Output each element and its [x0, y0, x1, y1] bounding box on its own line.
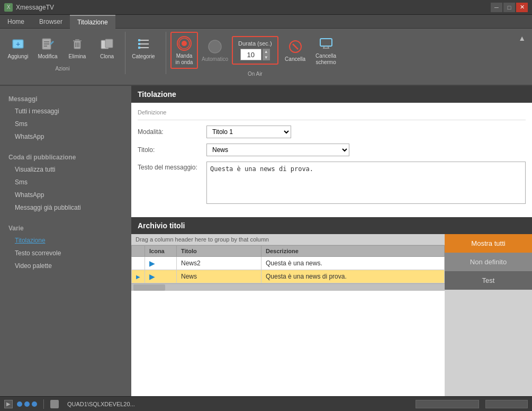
duration-control: Durata (sec.) ▲ ▼	[232, 36, 278, 65]
right-panel: Mostra tutti Non definito Test	[445, 234, 532, 396]
manda-in-onda-button[interactable]: Mandain onda	[170, 32, 198, 69]
modalita-control: Titolo 1 Titolo 2 Titolo 3	[206, 126, 526, 138]
filter-test[interactable]: Test	[445, 271, 532, 290]
sidebar-section-messaggi: Messaggi	[0, 91, 131, 105]
horizontal-scrollbar[interactable]	[131, 283, 445, 291]
testo-label: Testo del messaggio:	[138, 162, 206, 171]
titolo-control: News News2 Test	[206, 144, 526, 156]
elimina-icon	[69, 35, 86, 52]
archive-table: Icona Titolo Descrizione ▶ News2	[131, 245, 445, 283]
duration-up-button[interactable]: ▲	[263, 49, 270, 55]
play-icon-1[interactable]: ▶	[149, 259, 155, 267]
elimina-button[interactable]: Elimina	[64, 32, 91, 64]
row-descrizione-1: Questa è una news.	[262, 257, 445, 270]
sidebar-item-video-palette[interactable]: Video palette	[0, 260, 131, 272]
manda-in-onda-label: Mandain onda	[176, 53, 193, 66]
testo-control: Questa è una news di prova.	[206, 162, 526, 206]
titolazione-header: Titolazione	[131, 86, 532, 103]
clona-icon	[98, 35, 115, 52]
duration-spinners: ▲ ▼	[263, 49, 270, 60]
status-dot-1	[17, 401, 22, 407]
status-dots	[17, 401, 37, 407]
table-scroll: Icona Titolo Descrizione ▶ News2	[131, 245, 445, 283]
sidebar: Messaggi Tutti i messaggi Sms WhatsApp C…	[0, 86, 131, 396]
menu-home[interactable]: Home	[0, 15, 32, 29]
cancella-button[interactable]: Cancella	[282, 34, 309, 66]
archivio-header: Archivio titoli	[131, 217, 532, 234]
menu-browser[interactable]: Browser	[32, 15, 70, 29]
modalita-select[interactable]: Titolo 1 Titolo 2 Titolo 3	[206, 126, 291, 138]
svg-point-25	[209, 40, 221, 53]
duration-label: Durata (sec.)	[238, 40, 272, 47]
app-icon: X	[4, 3, 13, 12]
sidebar-item-sms-coda[interactable]: Sms	[0, 176, 131, 189]
sidebar-item-messaggi-pubblicati[interactable]: Messaggi già pubblicati	[0, 201, 131, 214]
cancella-schermo-icon	[318, 35, 335, 52]
sidebar-item-whatsapp-msg[interactable]: WhatsApp	[0, 130, 131, 143]
categorie-button[interactable]: Categorie	[130, 32, 157, 64]
duration-input[interactable]	[240, 49, 262, 60]
titolo-select[interactable]: News News2 Test	[206, 144, 349, 156]
form-area: Definizione Modalità: Titolo 1 Titolo 2 …	[131, 103, 532, 217]
row-marker-2: ▶	[132, 270, 145, 283]
sidebar-item-sms-msg[interactable]: Sms	[0, 118, 131, 130]
modifica-label: Modifica	[38, 53, 57, 60]
status-progress-bar	[416, 400, 479, 408]
sidebar-item-titolazione[interactable]: Titolazione	[0, 234, 131, 247]
maximize-button[interactable]: □	[503, 3, 515, 12]
cancella-schermo-button[interactable]: Cancellaschermo	[312, 32, 340, 68]
title-bar-controls: ─ □ ✕	[491, 3, 528, 12]
sidebar-item-visualizza[interactable]: Visualizza tutti	[0, 163, 131, 176]
sidebar-item-whatsapp-coda[interactable]: WhatsApp	[0, 189, 131, 201]
title-bar: X XmessageTV ─ □ ✕	[0, 0, 532, 15]
col-titolo: Titolo	[177, 246, 262, 257]
status-bar: ▶ QUAD1\SQLXDEVEL20...	[0, 396, 532, 411]
filter-non-definito[interactable]: Non definito	[445, 253, 532, 271]
sidebar-section-coda: Coda di pubblicazione	[0, 149, 131, 163]
content-area: Titolazione Definizione Modalità: Titolo…	[131, 86, 532, 396]
svg-text:+: +	[16, 40, 20, 48]
table-row[interactable]: ▶ News2 Questa è una news.	[132, 257, 445, 270]
svg-rect-9	[75, 39, 79, 41]
menu-titolazione[interactable]: Titolazione	[70, 15, 115, 29]
sidebar-item-tutti[interactable]: Tutti i messaggi	[0, 105, 131, 118]
col-descrizione: Descrizione	[262, 246, 445, 257]
ribbon: + Aggiungi Modifica Elimina Cl	[0, 29, 532, 86]
automatico-label: Automatico	[202, 56, 228, 62]
onair-label: On Air	[248, 71, 263, 77]
filter-mostra-tutti[interactable]: Mostra tutti	[445, 234, 532, 253]
svg-rect-20	[138, 43, 140, 45]
row-marker-1	[132, 257, 145, 270]
svg-rect-14	[105, 39, 113, 48]
aggiungi-label: Aggiungi	[8, 53, 29, 60]
elimina-label: Elimina	[69, 53, 86, 60]
table-row[interactable]: ▶ ▶ News Questa è una news di prova.	[132, 270, 445, 283]
aggiungi-button[interactable]: + Aggiungi	[4, 32, 32, 64]
status-dot-2	[24, 401, 30, 407]
duration-down-button[interactable]: ▼	[263, 55, 270, 60]
azioni-group: + Aggiungi Modifica Elimina Cl	[4, 32, 121, 64]
modifica-button[interactable]: Modifica	[34, 32, 61, 64]
clona-label: Clona	[100, 53, 114, 60]
close-button[interactable]: ✕	[516, 3, 528, 12]
clona-button[interactable]: Clona	[93, 32, 121, 64]
play-icon-2[interactable]: ▶	[149, 272, 155, 281]
scrollbar-thumb[interactable]	[133, 284, 165, 291]
row-titolo-2: News	[177, 270, 262, 283]
sidebar-item-testo-scorrevole[interactable]: Testo scorrevole	[0, 247, 131, 260]
minimize-button[interactable]: ─	[491, 3, 502, 12]
svg-point-24	[182, 41, 187, 46]
row-titolo-1: News2	[177, 257, 262, 270]
title-bar-left: X XmessageTV	[4, 3, 54, 12]
manda-in-onda-icon	[176, 35, 193, 52]
status-dot-3	[32, 401, 37, 407]
ribbon-collapse-button[interactable]: ▲	[516, 32, 528, 44]
sidebar-section-varie: Varie	[0, 220, 131, 234]
cancella-icon	[287, 38, 304, 55]
testo-textarea[interactable]: Questa è una news di prova.	[206, 162, 526, 204]
categorie-icon	[135, 35, 152, 52]
svg-rect-19	[138, 39, 140, 41]
titolo-label: Titolo:	[138, 146, 206, 154]
table-header-row: Icona Titolo Descrizione	[132, 246, 445, 257]
col-icona: Icona	[145, 246, 177, 257]
